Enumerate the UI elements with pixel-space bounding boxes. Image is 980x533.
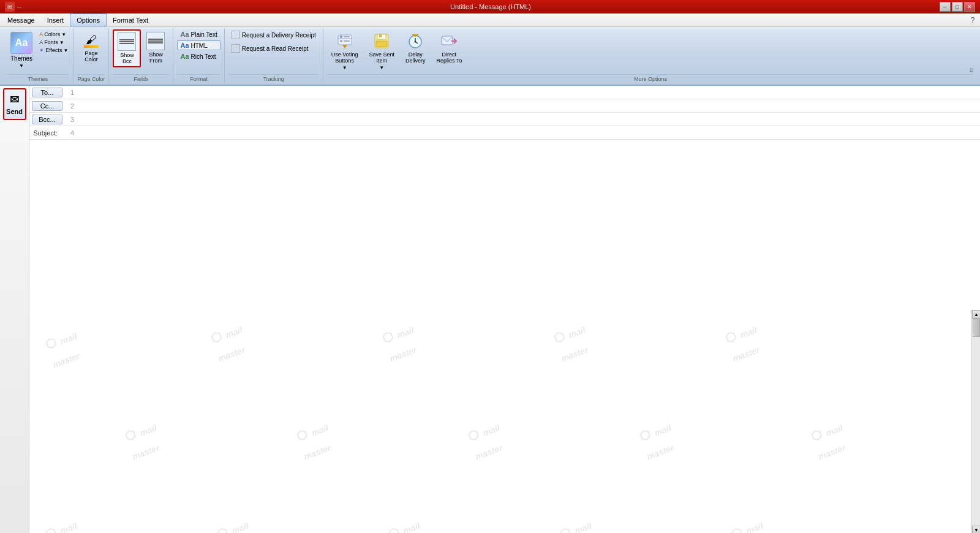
fonts-label: Fonts xyxy=(44,39,58,45)
cc-input[interactable] xyxy=(78,101,980,111)
svg-point-4 xyxy=(340,40,342,42)
page-color-button[interactable]: 🖌 PageColor xyxy=(78,29,104,65)
cc-number: 2 xyxy=(66,102,78,110)
show-bcc-icon xyxy=(118,32,136,51)
html-label: HTML xyxy=(191,42,208,49)
bcc-number: 3 xyxy=(66,116,78,123)
scroll-up-button[interactable]: ▲ xyxy=(972,310,980,319)
send-panel: ✉ Send xyxy=(0,86,29,533)
themes-sub-buttons: A Colors ▼ A Fonts ▼ ✦ Effects ▼ xyxy=(38,31,69,54)
scroll-thumb[interactable] xyxy=(973,319,980,337)
show-from-button[interactable]: ShowFrom xyxy=(142,29,169,66)
window-title: Untitled - Message (HTML) xyxy=(42,3,940,10)
title-bar: ✉ ─ Untitled - Message (HTML) ─ □ ✕ xyxy=(0,0,980,13)
show-bcc-button[interactable]: ShowBcc xyxy=(113,29,141,67)
save-sent-label: Save SentItem xyxy=(369,51,394,64)
use-voting-button[interactable]: Use VotingButtons ▼ xyxy=(327,29,363,73)
ribbon-group-more-options: Use VotingButtons ▼ Save SentItem ▼ xyxy=(323,28,978,83)
tracking-group-label: Tracking xyxy=(228,74,319,82)
body-area: ⬡ mail master ⬡ mail master ⬡ mail maste… xyxy=(29,310,971,533)
to-number: 1 xyxy=(66,89,78,96)
request-read-button[interactable]: Request a Read Receipt xyxy=(228,43,319,54)
bcc-input[interactable] xyxy=(78,115,980,124)
colors-icon: A xyxy=(39,31,43,37)
fields-area: To... 1 Cc... 2 Bcc... 3 xyxy=(29,86,980,310)
to-row: To... 1 xyxy=(29,86,980,99)
rich-text-button[interactable]: Aa Rich Text xyxy=(177,51,220,61)
more-options-expand-icon[interactable]: ⊡ xyxy=(970,67,974,73)
ribbon-group-page-color: 🖌 PageColor Page Color xyxy=(74,28,109,83)
rich-text-icon: Aa xyxy=(180,53,189,60)
close-button[interactable]: ✕ xyxy=(964,2,975,12)
send-icon: ✉ xyxy=(10,93,19,107)
delay-delivery-label: DelayDelivery xyxy=(405,51,426,64)
show-from-icon xyxy=(146,32,165,50)
html-icon: Aa xyxy=(180,42,189,49)
svg-rect-16 xyxy=(442,36,453,45)
scroll-track[interactable] xyxy=(972,319,980,526)
page-color-group-label: Page Color xyxy=(77,74,105,82)
subject-input[interactable] xyxy=(78,128,980,138)
themes-button[interactable]: Aa Themes ▼ xyxy=(6,29,37,71)
effects-icon: ✦ xyxy=(39,47,44,53)
restore-button[interactable]: □ xyxy=(952,2,963,12)
save-sent-dropdown-icon: ▼ xyxy=(379,65,384,70)
direct-replies-label: DirectReplies To xyxy=(436,51,462,64)
message-body[interactable] xyxy=(29,310,971,533)
themes-label: Themes xyxy=(10,55,32,62)
cc-button[interactable]: Cc... xyxy=(32,101,62,111)
window-controls: ─ □ ✕ xyxy=(940,2,975,12)
help-button[interactable]: ? xyxy=(967,14,979,26)
menu-insert[interactable]: Insert xyxy=(41,13,70,26)
svg-point-2 xyxy=(340,36,342,38)
compose-area: ✉ Send To... 1 Cc... 2 xyxy=(0,86,980,533)
subject-row: Subject: 4 xyxy=(29,126,980,140)
fonts-button[interactable]: A Fonts ▼ xyxy=(38,39,69,46)
themes-icon: Aa xyxy=(10,32,32,54)
voting-icon xyxy=(336,32,354,50)
vertical-scrollbar[interactable]: ▲ ▼ xyxy=(971,310,980,533)
show-bcc-label: ShowBcc xyxy=(120,52,134,64)
send-button[interactable]: ✉ Send xyxy=(3,88,26,120)
subject-label: Subject: xyxy=(28,128,62,138)
svg-marker-6 xyxy=(342,45,347,48)
menu-bar: Message Insert Options Format Text ? xyxy=(0,13,980,27)
ribbon: Aa Themes ▼ A Colors ▼ A Fonts ▼ ✦ E xyxy=(0,27,980,86)
colors-button[interactable]: A Colors ▼ xyxy=(38,31,69,38)
save-sent-button[interactable]: Save SentItem ▼ xyxy=(364,29,399,73)
plain-text-button[interactable]: Aa Plain Text xyxy=(177,29,220,39)
direct-replies-button[interactable]: DirectReplies To xyxy=(432,29,466,66)
scroll-down-button[interactable]: ▼ xyxy=(972,526,980,533)
app-icon: ✉ xyxy=(5,2,15,12)
bcc-button[interactable]: Bcc... xyxy=(32,115,62,124)
menu-message[interactable]: Message xyxy=(1,13,41,26)
colors-dropdown-icon: ▼ xyxy=(61,32,66,37)
svg-rect-5 xyxy=(344,40,350,42)
menu-format-text[interactable]: Format Text xyxy=(107,13,154,26)
menu-options[interactable]: Options xyxy=(70,13,107,26)
ribbon-group-tracking: Request a Delivery Receipt Request a Rea… xyxy=(225,28,323,83)
direct-replies-icon xyxy=(440,32,458,50)
page-color-icon: 🖌 xyxy=(83,32,100,49)
effects-button[interactable]: ✦ Effects ▼ xyxy=(38,47,69,54)
window-menu-icon[interactable]: ─ xyxy=(17,4,21,10)
fonts-icon: A xyxy=(39,39,43,45)
delivery-receipt-label: Request a Delivery Receipt xyxy=(242,32,316,39)
voting-label: Use VotingButtons xyxy=(331,51,358,64)
delay-delivery-button[interactable]: DelayDelivery xyxy=(401,29,430,66)
more-options-expand: ⊡ xyxy=(968,29,974,73)
svg-point-14 xyxy=(415,41,417,43)
send-label: Send xyxy=(6,108,23,115)
body-container: ⬡ mail master ⬡ mail master ⬡ mail maste… xyxy=(29,310,980,533)
ribbon-group-fields: ShowBcc ShowFrom Fields xyxy=(109,28,173,83)
to-button[interactable]: To... xyxy=(32,88,62,97)
minimize-button[interactable]: ─ xyxy=(940,2,951,12)
svg-rect-9 xyxy=(379,34,382,37)
bcc-label-area: Bcc... xyxy=(29,113,66,126)
request-delivery-button[interactable]: Request a Delivery Receipt xyxy=(228,29,319,40)
to-input[interactable] xyxy=(78,88,980,97)
cc-row: Cc... 2 xyxy=(29,99,980,113)
rich-text-label: Rich Text xyxy=(191,53,216,60)
html-button[interactable]: Aa HTML xyxy=(177,40,220,50)
cc-label-area: Cc... xyxy=(29,100,66,112)
